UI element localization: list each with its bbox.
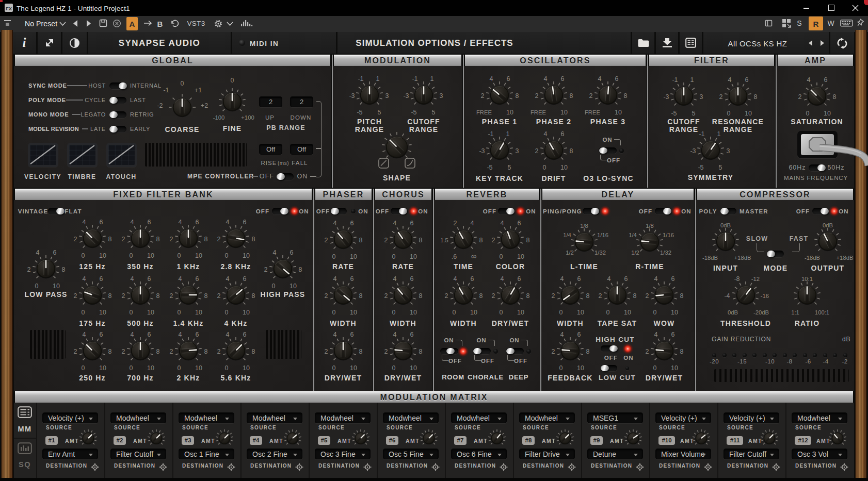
- svg-text:-1: -1: [672, 76, 678, 84]
- svg-text:2: 2: [384, 237, 388, 244]
- svg-text:+18dB: +18dB: [837, 255, 854, 261]
- svg-text:8: 8: [359, 348, 363, 355]
- svg-text:1/8: 1/8: [646, 223, 654, 229]
- svg-text:10: 10: [577, 309, 584, 316]
- svg-text:10: 10: [410, 309, 417, 316]
- svg-text:4: 4: [654, 275, 658, 283]
- svg-text:2: 2: [74, 348, 77, 355]
- svg-text:6: 6: [100, 275, 103, 283]
- svg-text:2: 2: [325, 237, 328, 244]
- svg-text:5: 5: [508, 164, 511, 171]
- svg-text:4: 4: [333, 220, 337, 227]
- svg-text:4: 4: [179, 331, 182, 338]
- svg-text:10: 10: [470, 309, 477, 316]
- svg-text:5: 5: [692, 110, 696, 117]
- svg-text:0: 0: [606, 309, 610, 316]
- svg-text:10: 10: [350, 309, 357, 316]
- svg-text:6: 6: [824, 76, 828, 84]
- svg-text:4: 4: [544, 75, 548, 82]
- svg-text:2: 2: [719, 93, 723, 101]
- svg-text:1/4: 1/4: [629, 232, 637, 238]
- svg-text:8: 8: [252, 348, 255, 355]
- svg-text:10: 10: [195, 252, 202, 259]
- svg-text:8: 8: [252, 236, 255, 243]
- svg-text:0: 0: [130, 364, 133, 372]
- svg-text:1/2: 1/2: [631, 250, 639, 256]
- svg-text:4: 4: [501, 220, 504, 227]
- svg-text:2: 2: [27, 266, 31, 273]
- svg-text:0: 0: [806, 110, 810, 117]
- svg-text:10: 10: [517, 253, 524, 260]
- svg-text:10: 10: [99, 252, 106, 259]
- svg-text:0: 0: [727, 110, 731, 117]
- svg-text:3: 3: [440, 92, 443, 99]
- svg-text:2: 2: [454, 220, 457, 227]
- svg-text:-1: -1: [699, 130, 704, 138]
- svg-text:2: 2: [589, 92, 593, 99]
- svg-text:2: 2: [445, 292, 448, 300]
- svg-text:4: 4: [807, 76, 811, 84]
- svg-text:0: 0: [500, 309, 503, 316]
- svg-text:-1: -1: [163, 87, 169, 94]
- svg-text:10: 10: [410, 253, 417, 260]
- svg-text:4: 4: [131, 331, 134, 338]
- svg-text:-3: -3: [349, 92, 355, 99]
- svg-text:6: 6: [53, 249, 57, 256]
- svg-text:2: 2: [384, 348, 388, 355]
- svg-text:4: 4: [226, 275, 230, 283]
- svg-text:6: 6: [615, 75, 619, 82]
- svg-text:10: 10: [410, 364, 417, 372]
- svg-text:2: 2: [122, 236, 125, 243]
- svg-text:4: 4: [544, 130, 548, 138]
- svg-text:-5: -5: [411, 109, 416, 116]
- svg-text:4: 4: [654, 331, 658, 338]
- svg-text:8: 8: [419, 292, 423, 300]
- svg-text:5: 5: [719, 164, 722, 171]
- svg-text:-4: -4: [724, 292, 730, 300]
- svg-text:4: 4: [36, 249, 40, 256]
- svg-text:10: 10: [615, 109, 622, 116]
- svg-text:2: 2: [170, 292, 173, 300]
- svg-text:-3: -3: [663, 93, 669, 101]
- svg-text:3: 3: [727, 147, 730, 155]
- svg-text:4: 4: [490, 75, 493, 82]
- svg-text:10: 10: [560, 109, 568, 116]
- svg-text:0: 0: [392, 253, 396, 260]
- svg-text:10: 10: [671, 309, 678, 316]
- svg-text:FREE: FREE: [476, 109, 492, 115]
- svg-text:8: 8: [526, 237, 530, 244]
- svg-text:-18dB: -18dB: [702, 255, 718, 261]
- svg-text:10: 10: [243, 309, 250, 316]
- svg-text:100:1: 100:1: [815, 309, 829, 316]
- svg-text:4: 4: [83, 331, 86, 338]
- svg-text:6: 6: [243, 331, 247, 338]
- svg-text:.6: .6: [452, 253, 457, 260]
- svg-text:6: 6: [196, 219, 199, 226]
- svg-text:8: 8: [754, 93, 758, 101]
- svg-text:0: 0: [35, 283, 39, 290]
- svg-text:0dB: 0dB: [823, 222, 833, 228]
- svg-text:10: 10: [53, 283, 60, 290]
- svg-text:5: 5: [378, 109, 381, 116]
- svg-text:6: 6: [561, 130, 565, 138]
- svg-text:-20dB: -20dB: [753, 309, 769, 316]
- svg-text:1/2: 1/2: [566, 250, 574, 256]
- svg-text:2: 2: [217, 292, 221, 300]
- svg-text:6: 6: [507, 75, 510, 82]
- svg-text:6: 6: [148, 331, 151, 338]
- svg-text:FREE: FREE: [531, 109, 546, 115]
- svg-text:10: 10: [147, 252, 154, 259]
- svg-text:10: 10: [195, 309, 202, 316]
- svg-text:2: 2: [481, 92, 485, 99]
- svg-text:1/8: 1/8: [580, 223, 588, 229]
- svg-text:+100: +100: [241, 114, 254, 121]
- svg-text:10: 10: [99, 364, 106, 372]
- svg-text:-1: -1: [412, 75, 417, 82]
- svg-text:2: 2: [217, 348, 221, 355]
- svg-text:6: 6: [350, 275, 354, 283]
- svg-text:8: 8: [252, 292, 255, 300]
- svg-text:6: 6: [671, 331, 675, 338]
- svg-text:4: 4: [179, 275, 182, 283]
- svg-text:8: 8: [680, 292, 684, 300]
- svg-text:3: 3: [516, 147, 519, 155]
